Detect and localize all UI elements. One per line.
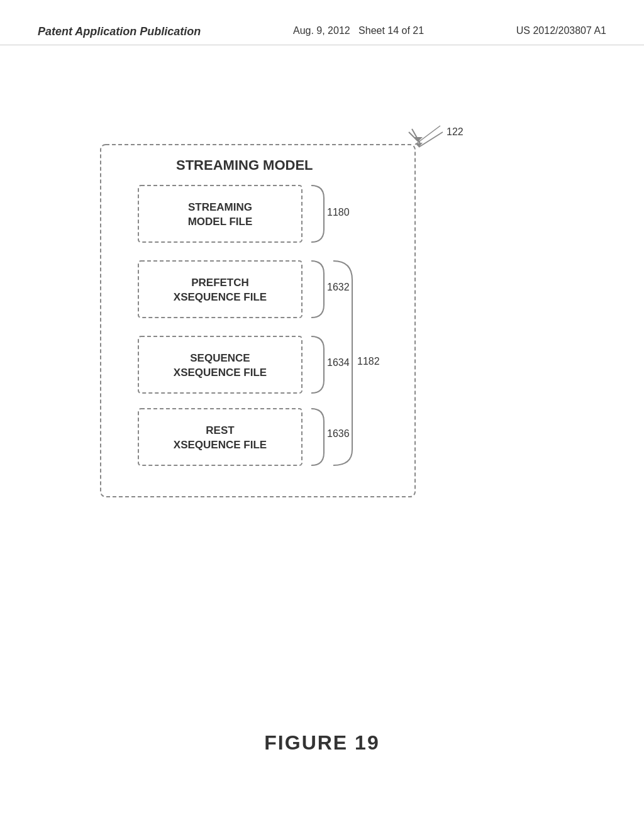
svg-text:XSEQUENCE FILE: XSEQUENCE FILE	[174, 291, 267, 303]
patent-number: US 2012/203807 A1	[516, 25, 606, 36]
diagram-area: STREAMING MODEL FILE PREFETCH XSEQUENCE …	[63, 126, 579, 566]
svg-text:STREAMING: STREAMING	[188, 201, 252, 213]
svg-text:REST: REST	[206, 424, 235, 436]
ref-122-label: 122	[447, 126, 464, 137]
svg-rect-4	[138, 409, 302, 465]
svg-rect-3	[138, 336, 302, 393]
svg-text:1636: 1636	[327, 428, 350, 439]
svg-text:XSEQUENCE FILE: XSEQUENCE FILE	[174, 439, 267, 451]
svg-text:1182: 1182	[357, 356, 380, 367]
svg-text:1634: 1634	[327, 357, 350, 368]
sheet-info: Sheet 14 of 21	[358, 25, 424, 36]
publication-date: Aug. 9, 2012	[293, 25, 350, 36]
svg-text:1180: 1180	[327, 207, 350, 218]
svg-text:STREAMING MODEL: STREAMING MODEL	[176, 157, 313, 173]
publication-title: Patent Application Publication	[38, 25, 201, 38]
svg-text:1632: 1632	[327, 282, 350, 292]
svg-text:MODEL FILE: MODEL FILE	[188, 216, 253, 228]
figure-caption: FIGURE 19	[264, 731, 379, 755]
svg-text:SEQUENCE: SEQUENCE	[190, 352, 250, 364]
page-header: Patent Application Publication Aug. 9, 2…	[0, 0, 644, 45]
svg-rect-2	[138, 261, 302, 318]
diagram-svg: STREAMING MODEL FILE PREFETCH XSEQUENCE …	[63, 126, 579, 566]
svg-text:XSEQUENCE FILE: XSEQUENCE FILE	[174, 367, 267, 379]
svg-text:PREFETCH: PREFETCH	[191, 277, 249, 289]
date-sheet: Aug. 9, 2012 Sheet 14 of 21	[293, 25, 424, 36]
svg-rect-1	[138, 185, 302, 242]
